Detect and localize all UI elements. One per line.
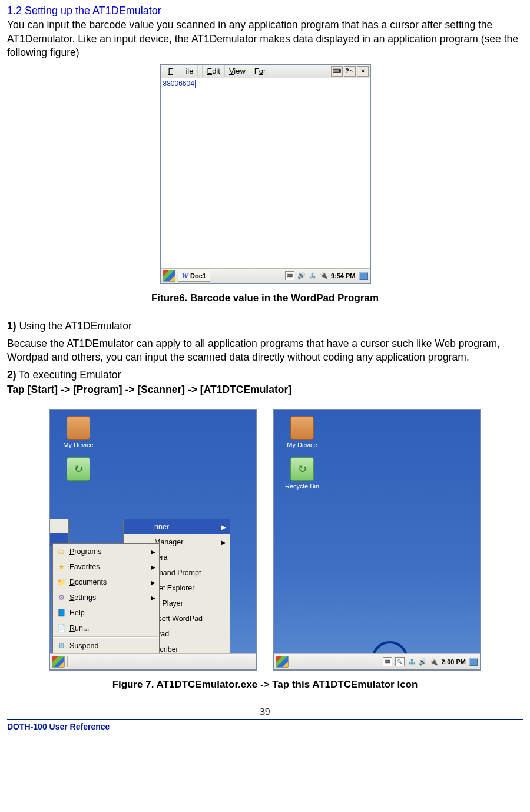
tray-network-icon[interactable]: 🖧 <box>309 272 317 280</box>
desktop-recycle-partial[interactable] <box>55 457 102 483</box>
step1-line: 1) Using the AT1DEmulator <box>7 319 523 334</box>
start-flag-icon[interactable] <box>276 656 289 668</box>
desktop-recycle-r[interactable]: Recycle Bin <box>279 457 326 490</box>
mydevice-icon <box>290 416 314 440</box>
flyout-emulator[interactable]: 🔍 AT1DTCEmulator <box>49 519 68 533</box>
fig7-left-screen: My Device 🔍 AT1DTCEmulator ▮ AT1DTScanne… <box>49 409 257 671</box>
chevron-right-icon: ▶ <box>151 549 155 555</box>
tray-emulator-icon[interactable]: 🔍 <box>395 657 405 666</box>
tray-clock[interactable]: 2:00 PM <box>441 658 466 665</box>
start-suspend[interactable]: 🖥 Suspend <box>53 638 159 653</box>
fig6-caption: Fiture6. Barcode value in the WordPad Pr… <box>7 292 523 304</box>
page-number: 39 <box>7 706 523 718</box>
step2-title: To executing Emulator <box>16 369 121 381</box>
menu-file-text: ile <box>181 65 198 77</box>
scanner-flyout: 🔍 AT1DTCEmulator ▮ AT1DTScanner <box>49 519 69 547</box>
barcode-value: 88006604 <box>163 80 196 88</box>
taskbar-doc-label: Doc1 <box>190 272 206 279</box>
run-icon: 📄 <box>57 623 66 633</box>
start-menu: 🗂 Programs ▶ ★ Favorites ▶ 📁 Documents ▶… <box>52 543 160 654</box>
start-settings[interactable]: ⚙ Settings ▶ <box>53 590 159 605</box>
wordpad-w-icon: W <box>182 271 189 280</box>
menu-format[interactable]: For <box>250 65 270 77</box>
suspend-icon: 🖥 <box>57 641 66 651</box>
start-flag-icon[interactable] <box>52 656 65 668</box>
menu-edit[interactable]: Edit <box>203 65 224 77</box>
tray-desktop-icon[interactable] <box>359 272 368 280</box>
tray-desktop-icon[interactable] <box>469 658 478 666</box>
fig7-right-tray: ⌨ 🔍 🖧 🔊 🔌 2:00 PM <box>383 657 478 666</box>
programs-icon: 🗂 <box>57 547 66 556</box>
fig6-document-area[interactable]: 88006604 <box>161 78 370 268</box>
tray-network-icon[interactable]: 🖧 <box>408 658 416 666</box>
start-menu-stack: 🔍 AT1DTCEmulator ▮ AT1DTScanner nner ▶ M… <box>52 543 160 654</box>
recycle-icon <box>67 457 90 481</box>
tray-keyboard-icon[interactable]: ⌨ <box>383 657 392 666</box>
section-heading: 1.2 Setting up the AT1DEmulator <box>7 5 523 17</box>
help-cursor-icon[interactable]: ?↖ <box>344 66 356 77</box>
sip-keyboard-icon[interactable]: ⌨ <box>331 66 343 77</box>
fig6-menubar: File Edit View For ⌨ ?↖ ✕ <box>161 65 370 78</box>
desktop-mydevice-r[interactable]: My Device <box>279 416 326 448</box>
fig6-tray: ⌨ 🔊 🖧 🔌 9:54 PM <box>285 271 368 280</box>
start-help[interactable]: 📘 Help <box>53 605 159 620</box>
step2-line: 2) To executing Emulator <box>7 368 523 382</box>
tray-plug-icon[interactable]: 🔌 <box>430 658 438 666</box>
fig7-left-taskbar <box>50 653 256 669</box>
start-favorites[interactable]: ★ Favorites ▶ <box>53 559 159 575</box>
step1-body: Because the AT1DEmulator can apply to al… <box>7 337 523 365</box>
footer-rule <box>7 719 523 720</box>
mydevice-label: My Device <box>55 441 102 448</box>
favorites-icon: ★ <box>57 562 66 572</box>
tray-volume-icon[interactable]: 🔊 <box>297 272 306 280</box>
tray-battery-icon[interactable]: 🔌 <box>320 272 328 280</box>
fig6-taskbar: W Doc1 ⌨ 🔊 🖧 🔌 9:54 PM <box>161 268 370 283</box>
chevron-right-icon: ▶ <box>151 564 155 570</box>
submenu-scanner-row[interactable]: nner ▶ <box>124 519 230 534</box>
start-divider <box>53 636 159 638</box>
desktop-mydevice[interactable]: My Device <box>55 416 102 448</box>
recycle-icon <box>290 457 314 481</box>
step1-title: Using the AT1DEmulator <box>16 320 132 332</box>
taskbar-divider <box>67 656 68 667</box>
intro-paragraph: You can input the barcode value you scan… <box>7 18 523 60</box>
footer-reference: DOTH-100 User Reference <box>7 722 523 735</box>
help-icon: 📘 <box>57 608 66 618</box>
documents-icon: 📁 <box>57 577 66 587</box>
settings-icon: ⚙ <box>57 593 66 602</box>
chevron-right-icon: ▶ <box>151 579 155 586</box>
step2-lead: 2) <box>7 369 16 381</box>
tray-keyboard-icon[interactable]: ⌨ <box>285 271 294 280</box>
fig6-wordpad-window: File Edit View For ⌨ ?↖ ✕ 88006604 W Doc… <box>160 64 371 284</box>
tray-clock[interactable]: 9:54 PM <box>331 272 356 279</box>
menu-file[interactable]: File <box>164 65 203 77</box>
mydevice-icon <box>67 416 90 440</box>
close-icon[interactable]: ✕ <box>357 66 369 77</box>
start-run[interactable]: 📄 Run... <box>53 620 159 636</box>
menu-view[interactable]: View <box>225 65 250 77</box>
chevron-right-icon: ▶ <box>221 539 226 546</box>
mydevice-label: My Device <box>279 441 326 448</box>
taskbar-divider <box>291 656 292 667</box>
fig7-right-taskbar: ⌨ 🔍 🖧 🔊 🔌 2:00 PM <box>274 653 480 669</box>
recycle-label: Recycle Bin <box>279 483 326 490</box>
chevron-right-icon: ▶ <box>221 524 226 530</box>
fig7-right-screen: My Device Recycle Bin ⌨ 🔍 🖧 🔊 🔌 2:00 PM <box>273 409 481 671</box>
taskbar-doc-button[interactable]: W Doc1 <box>178 270 210 282</box>
start-flag-icon[interactable] <box>163 270 175 282</box>
tray-sound-icon[interactable]: 🔊 <box>419 658 427 666</box>
start-programs[interactable]: 🗂 Programs ▶ <box>53 544 159 559</box>
step2-path: Tap [Start] -> [Program] -> [Scanner] ->… <box>7 383 523 397</box>
submenu-scanner-label: nner <box>154 523 169 531</box>
step1-lead: 1) <box>7 320 16 332</box>
chevron-right-icon: ▶ <box>151 595 155 601</box>
start-documents[interactable]: 📁 Documents ▶ <box>53 575 159 590</box>
fig7-caption: Figure 7. AT1DTCEmulator.exe -> Tap this… <box>7 679 523 691</box>
